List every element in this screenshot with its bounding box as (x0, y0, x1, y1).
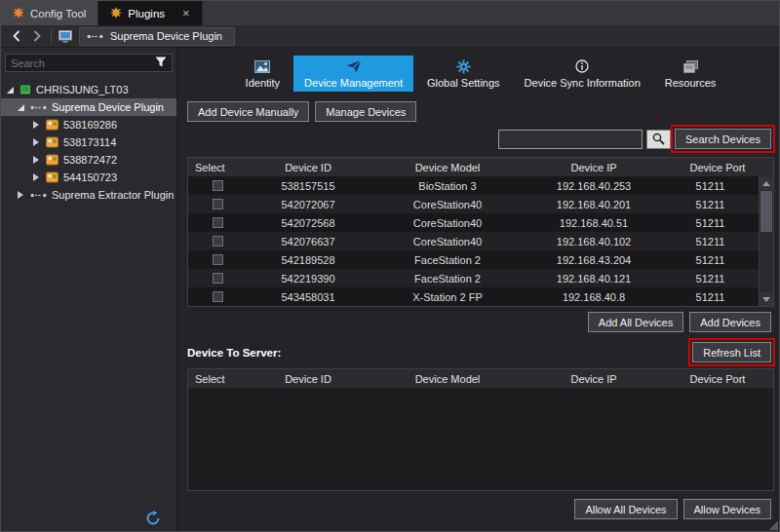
plugins-icon (110, 7, 122, 20)
tab-label: Device Management (304, 77, 403, 89)
device-search-input[interactable] (498, 130, 643, 149)
filter-funnel-icon[interactable] (155, 57, 167, 69)
device-model-cell: CoreStation40 (370, 217, 526, 229)
device-ip-cell: 192.168.43.204 (526, 254, 662, 266)
tab-device-sync-information[interactable]: Device Sync Information (514, 56, 651, 92)
expander-closed-icon[interactable] (31, 121, 41, 129)
device-model-cell: BioStation 3 (370, 180, 526, 192)
table-header: Select Device ID Device Model Device IP … (188, 158, 773, 176)
table-header: Select Device ID Device Model Device IP … (188, 369, 773, 388)
tab-plugins[interactable]: Plugins × (98, 1, 202, 25)
add-device-manually-button[interactable]: Add Device Manually (187, 101, 309, 122)
sidebar: CHRISJUNG_LT03 Suprema Device Plugin 538… (1, 48, 177, 531)
tree-item-label: 538173114 (63, 136, 116, 148)
plugin-breadcrumb-chip[interactable]: Suprema Device Plugin (79, 27, 235, 46)
window-tab-bar: Config Tool Plugins × (1, 1, 779, 25)
expander-open-icon[interactable] (5, 87, 15, 94)
add-all-devices-button[interactable]: Add All Devices (588, 312, 683, 332)
device-port-cell: 51211 (662, 199, 759, 210)
search-devices-button[interactable]: Search Devices (675, 129, 771, 149)
table-row[interactable]: 542072568 CoreStation40 192.168.40.51 51… (188, 213, 759, 232)
table-row[interactable]: 538157515 BioStation 3 192.168.40.253 51… (188, 176, 759, 195)
device-id-cell: 543458031 (247, 291, 370, 303)
expander-closed-icon[interactable] (31, 173, 41, 181)
header-device-port: Device Port (662, 373, 773, 385)
server-devices-table: Select Device ID Device Model Device IP … (187, 368, 774, 491)
device-icon (46, 136, 58, 148)
tree-item-device[interactable]: 538169286 (1, 116, 176, 133)
sidebar-search-input[interactable] (11, 57, 150, 69)
device-search-row: Search Devices (187, 129, 774, 149)
table-row[interactable]: 542076637 CoreStation40 192.168.40.102 5… (188, 232, 759, 250)
scrollbar-track[interactable] (760, 190, 773, 292)
scrollbar-thumb[interactable] (760, 191, 772, 232)
device-id-cell: 542072067 (247, 199, 370, 210)
empty-table-body (188, 388, 773, 490)
expander-closed-icon[interactable] (31, 156, 41, 164)
device-port-cell: 51211 (662, 236, 759, 247)
manage-devices-button[interactable]: Manage Devices (315, 101, 416, 122)
magnifier-button[interactable] (646, 130, 671, 149)
forward-button[interactable] (30, 28, 44, 44)
table-row[interactable]: 542189528 FaceStation 2 192.168.43.204 5… (188, 250, 759, 269)
expander-open-icon[interactable] (16, 104, 25, 111)
device-port-cell: 51211 (662, 273, 759, 285)
expander-closed-icon[interactable] (16, 191, 25, 199)
header-device-port: Device Port (662, 162, 773, 173)
tree-item-label: Suprema Extractor Plugin (52, 189, 174, 201)
header-select: Select (188, 162, 247, 173)
back-button[interactable] (10, 28, 23, 44)
row-checkbox[interactable] (213, 236, 223, 247)
server-icon (20, 84, 31, 95)
row-checkbox[interactable] (213, 291, 223, 302)
discovered-devices-table: Select Device ID Device Model Device IP … (187, 157, 774, 307)
gear-icon (456, 58, 471, 74)
device-id-cell: 542189528 (247, 254, 370, 266)
tree-item-suprema-device-plugin[interactable]: Suprema Device Plugin (1, 98, 176, 116)
row-checkbox[interactable] (213, 180, 223, 191)
tree-item-label: 544150723 (63, 171, 117, 183)
refresh-list-button[interactable]: Refresh List (692, 342, 771, 362)
tree-item-device[interactable]: 538173114 (1, 133, 176, 151)
app-window: Config Tool Plugins × Suprema Device Plu… (0, 0, 780, 532)
tree-item-device[interactable]: 538872472 (1, 151, 176, 169)
sidebar-search-box[interactable] (5, 54, 173, 72)
tab-label: Identity (246, 77, 280, 89)
tree-item-suprema-extractor-plugin[interactable]: Suprema Extractor Plugin (1, 186, 176, 204)
header-select: Select (188, 373, 247, 385)
scroll-up-icon[interactable] (760, 176, 773, 190)
tab-identity[interactable]: Identity (235, 56, 291, 92)
table-row[interactable]: 542072067 CoreStation40 192.168.40.201 5… (188, 195, 759, 213)
device-ip-cell: 192.168.40.201 (526, 199, 662, 210)
device-port-cell: 51211 (662, 254, 759, 266)
scroll-down-icon[interactable] (760, 292, 773, 306)
close-tab-icon[interactable]: × (182, 7, 190, 19)
device-icon (46, 171, 58, 183)
tree-item-label: 538169286 (63, 119, 117, 131)
allow-all-devices-button[interactable]: Allow All Devices (574, 499, 677, 519)
device-action-buttons: Add Device Manually Manage Devices (187, 101, 774, 122)
tab-global-settings[interactable]: Global Settings (416, 56, 511, 92)
device-to-server-label: Device To Server: (187, 347, 281, 359)
tab-device-management[interactable]: Device Management (293, 56, 413, 92)
tree-item-server[interactable]: CHRISJUNG_LT03 (1, 81, 176, 98)
expander-closed-icon[interactable] (31, 138, 41, 146)
row-checkbox[interactable] (213, 254, 223, 265)
table-row[interactable]: 542219390 FaceStation 2 192.168.40.121 5… (188, 269, 759, 287)
tab-config-tool[interactable]: Config Tool (1, 1, 98, 25)
row-checkbox[interactable] (213, 273, 223, 284)
header-device-ip: Device IP (526, 162, 662, 173)
refresh-tree-icon[interactable] (144, 510, 162, 527)
add-devices-button[interactable]: Add Devices (689, 312, 771, 332)
allow-devices-button[interactable]: Allow Devices (683, 499, 771, 519)
row-checkbox[interactable] (213, 199, 223, 209)
navigation-toolbar: Suprema Device Plugin (1, 25, 779, 48)
open-window-icon[interactable] (58, 28, 72, 44)
device-id-cell: 542219390 (247, 273, 370, 285)
resize-grip[interactable] (767, 519, 778, 530)
row-checkbox[interactable] (213, 217, 223, 228)
table-row[interactable]: 543458031 X-Station 2 FP 192.168.40.8 51… (188, 287, 759, 306)
tab-resources[interactable]: Resources (654, 56, 727, 92)
table-scrollbar[interactable] (759, 176, 773, 306)
tree-item-device[interactable]: 544150723 (1, 169, 176, 186)
